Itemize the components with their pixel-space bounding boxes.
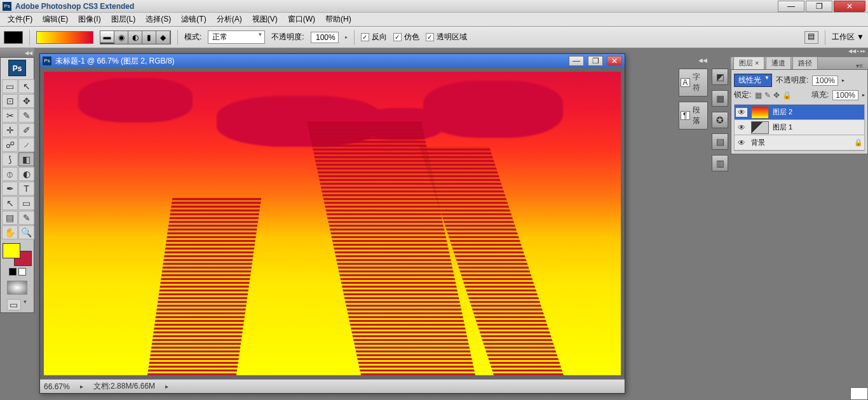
menu-select[interactable]: 选择(S) [140,13,176,26]
layer-thumbnail[interactable] [850,387,868,400]
gradient-reflected-button[interactable]: ▮ [142,31,156,44]
menu-image[interactable]: 图像(I) [73,13,105,26]
mid-col-header[interactable]: ◀◀ [677,57,709,66]
zoom-tool[interactable]: 🔍 [18,225,34,239]
screen-mode-arrow-icon[interactable]: ▼ [23,299,28,310]
menu-layer[interactable]: 图层(L) [106,13,141,26]
lock-all-icon[interactable]: 🔒 [782,91,792,100]
menu-analysis[interactable]: 分析(A) [212,13,247,26]
lock-position-icon[interactable]: ✥ [773,91,780,100]
lasso-tool[interactable]: ⊡ [2,94,18,108]
canvas[interactable] [40,68,625,379]
layer-row[interactable]: 👁 图层 2 [735,105,864,120]
eraser-tool[interactable]: ⟆ [2,152,18,166]
character-tab[interactable]: A字符 [679,69,708,97]
layer-name[interactable]: 图层 1 [773,123,863,132]
document-titlebar[interactable]: Ps 未标题-1 @ 66.7% (图层 2, RGB/8) — ❐ ✕ [40,54,625,68]
history-brush-tool[interactable]: ⟋ [18,138,34,152]
visibility-icon[interactable]: 👁 [736,123,747,132]
doc-close-button[interactable]: ✕ [607,56,622,66]
default-colors-icon[interactable] [9,268,17,276]
workspace-menu[interactable]: 工作区 ▼ [832,32,864,43]
lock-transparency-icon[interactable]: ▦ [755,91,762,100]
menu-help[interactable]: 帮助(H) [320,13,356,26]
brush-tool[interactable]: ✐ [18,123,34,137]
wand-tool[interactable]: ✥ [18,94,34,108]
toolbox-header[interactable]: ◀◀ [0,48,34,57]
notes-tool[interactable]: ▤ [2,211,18,225]
minimize-button[interactable]: — [778,1,804,12]
opacity-arrow-icon[interactable]: ▸ [345,34,348,40]
gradient-angle-button[interactable]: ◐ [128,31,142,44]
styles-icon[interactable]: ▤ [712,133,728,150]
crop-tool[interactable]: ✂ [2,109,18,123]
visibility-icon[interactable]: 👁 [736,108,747,117]
close-button[interactable]: ✕ [834,1,865,12]
transparency-checkbox[interactable]: ✓透明区域 [426,32,467,43]
move-tool[interactable]: ↖ [18,79,34,93]
layers-panel-header[interactable]: ◀◀ ▪ ▸▸ [731,48,868,57]
menu-edit[interactable]: 编辑(E) [37,13,73,26]
opacity-input[interactable]: 100% [311,32,339,43]
shape-tool[interactable]: ▭ [18,196,34,210]
doc-minimize-button[interactable]: — [569,56,584,66]
gradient-radial-button[interactable]: ◉ [114,31,128,44]
stamp-tool[interactable]: ☍ [2,138,18,152]
reverse-checkbox[interactable]: ✓反向 [361,32,387,43]
pen-tool[interactable]: ✒ [2,182,18,196]
layer-row[interactable]: 👁 背景 🔒 [735,135,864,150]
blur-tool[interactable]: ⦶ [2,167,18,181]
tool-preset-picker[interactable] [4,31,23,44]
history-icon[interactable]: ▥ [712,155,728,171]
heal-tool[interactable]: ✛ [2,123,18,137]
zoom-arrow-icon[interactable]: ▸ [80,383,83,390]
toolbox-column: ◀◀ Ps ▭ ↖ ⊡ ✥ ✂ ✎ ✛ ✐ ☍ ⟋ ⟆ ◧ ⦶ ◐ ✒ T ↖ [0,48,34,400]
layer-opacity-input[interactable]: 100% [812,76,838,86]
menu-view[interactable]: 视图(V) [247,13,283,26]
panel-menu-icon[interactable]: ▾≡ [853,62,865,69]
type-tool[interactable]: T [18,182,34,196]
layers-tab[interactable]: 图层 × [733,57,764,69]
doc-maximize-button[interactable]: ❐ [588,56,603,66]
fill-input[interactable]: 100% [832,90,858,100]
paragraph-tab[interactable]: ¶段落 [679,102,708,130]
layer-blend-mode-select[interactable]: 线性光 [734,74,772,87]
brushes-icon[interactable]: ▤ [804,31,818,44]
eyedropper-tool[interactable]: ✎ [18,211,34,225]
layer-name[interactable]: 图层 2 [773,107,863,117]
marquee-tool[interactable]: ▭ [2,79,18,93]
dodge-tool[interactable]: ◐ [18,167,34,181]
maximize-button[interactable]: ❐ [806,1,832,12]
status-arrow-icon[interactable]: ▸ [165,383,168,390]
navigator-icon[interactable]: ◩ [712,69,728,85]
swap-colors-icon[interactable] [18,268,26,276]
hand-tool[interactable]: ✋ [2,225,18,239]
path-select-tool[interactable]: ↖ [2,196,18,210]
channels-tab[interactable]: 通道 [766,57,791,69]
paths-tab[interactable]: 路径 [792,57,818,69]
lock-pixels-icon[interactable]: ✎ [764,91,771,100]
layer-thumbnail[interactable] [751,106,769,119]
gradient-picker[interactable] [36,31,93,44]
screen-mode-button[interactable]: ▭ [7,299,21,310]
menu-file[interactable]: 文件(F) [3,13,37,26]
opacity-slider-icon[interactable]: ▸ [842,77,844,83]
quick-mask-button[interactable] [7,281,27,295]
blend-mode-select[interactable]: 正常 [208,30,265,44]
color-icon[interactable]: ▦ [712,90,728,107]
menu-window[interactable]: 窗口(W) [283,13,320,26]
swatches-icon[interactable]: ✪ [712,112,728,128]
gradient-linear-button[interactable]: ▬ [100,31,114,44]
fill-slider-icon[interactable]: ▸ [862,92,865,98]
layer-row[interactable]: 👁 图层 1 [735,120,864,135]
menu-filter[interactable]: 滤镜(T) [176,13,211,26]
gradient-tool[interactable]: ◧ [18,152,34,166]
zoom-display[interactable]: 66.67% [44,382,70,391]
slice-tool[interactable]: ✎ [18,109,34,123]
layer-name[interactable]: 背景 [751,138,850,147]
visibility-icon[interactable]: 👁 [736,138,747,147]
foreground-color-swatch[interactable] [3,243,20,258]
gradient-diamond-button[interactable]: ◆ [156,31,170,44]
layer-thumbnail[interactable] [751,121,769,134]
dither-checkbox[interactable]: ✓仿色 [393,32,419,43]
